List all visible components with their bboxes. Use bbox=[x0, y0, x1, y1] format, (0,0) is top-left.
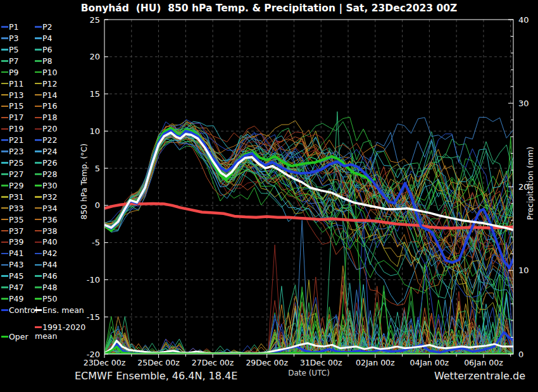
svg-text:25Dec 00z: 25Dec 00z bbox=[137, 358, 180, 367]
y-left-axis-title: 850 hPa Temp. (°C) bbox=[79, 144, 89, 219]
svg-text:20: 20 bbox=[89, 52, 100, 61]
watermark-label: Wetterzentrale.de bbox=[434, 370, 525, 382]
svg-text:23Dec 00z: 23Dec 00z bbox=[84, 358, 126, 367]
svg-text:15: 15 bbox=[89, 89, 100, 99]
svg-text:04Jan 00z: 04Jan 00z bbox=[410, 358, 449, 367]
x-axis-title: Date (UTC) bbox=[288, 369, 330, 377]
svg-text:40: 40 bbox=[518, 15, 529, 25]
svg-text:31Dec 00z: 31Dec 00z bbox=[300, 358, 342, 367]
svg-text:29Dec 00z: 29Dec 00z bbox=[246, 358, 288, 367]
ensemble-member-temp-line bbox=[104, 128, 513, 300]
model-location-label: ECMWF Ensemble, 46.4N, 18.4E bbox=[75, 370, 237, 382]
svg-text:02Jan 00z: 02Jan 00z bbox=[356, 358, 395, 367]
svg-text:-5: -5 bbox=[92, 238, 100, 247]
svg-text:10: 10 bbox=[518, 266, 529, 275]
meteogram-screen: Bonyhád (HU) 850 hPa Temp. & Precipitati… bbox=[0, 0, 538, 392]
plot-data bbox=[104, 112, 523, 355]
meteogram-chart: 2520151050-5-10-15-2040302010023Dec 00z2… bbox=[0, 0, 538, 392]
x-tick-labels: 23Dec 00z25Dec 00z27Dec 00z29Dec 00z31De… bbox=[84, 358, 503, 367]
svg-text:06Jan 00z: 06Jan 00z bbox=[464, 358, 503, 367]
svg-text:-15: -15 bbox=[87, 312, 100, 322]
svg-text:0: 0 bbox=[95, 200, 100, 210]
ensemble-member-temp-line bbox=[104, 130, 513, 249]
svg-text:27Dec 00z: 27Dec 00z bbox=[192, 358, 234, 367]
svg-text:0: 0 bbox=[518, 350, 523, 359]
svg-text:10: 10 bbox=[89, 126, 100, 136]
svg-text:-10: -10 bbox=[87, 275, 100, 285]
svg-text:30: 30 bbox=[518, 99, 529, 108]
y-right-axis-title: Precipitation (mm) bbox=[525, 147, 535, 220]
svg-text:5: 5 bbox=[95, 164, 100, 173]
svg-text:25: 25 bbox=[89, 15, 100, 25]
